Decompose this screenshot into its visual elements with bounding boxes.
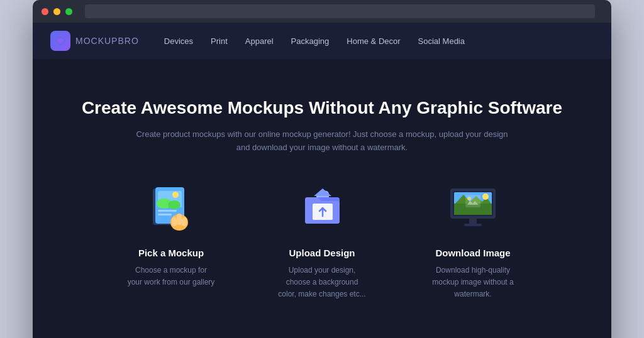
- svg-rect-13: [182, 217, 187, 226]
- svg-rect-11: [177, 214, 182, 225]
- svg-point-25: [482, 194, 489, 200]
- step-upload: Upload Design Upload your design, choose…: [278, 186, 366, 301]
- browser-window: MOCKUPBRO Devices Print Apparel Packagin…: [33, 0, 611, 338]
- hero-section: Create Awesome Mockups Without Any Graph…: [33, 59, 611, 338]
- step-download: Download Image Download high-quality moc…: [429, 186, 517, 301]
- step-download-desc: Download high-quality mockup image witho…: [429, 264, 517, 301]
- nav-item-packaging[interactable]: Packaging: [291, 36, 330, 46]
- step-download-title: Download Image: [435, 248, 510, 258]
- browser-maximize-dot[interactable]: [65, 8, 72, 15]
- step-download-icon: [448, 186, 498, 236]
- nav-item-home-decor[interactable]: Home & Decor: [347, 36, 400, 46]
- browser-minimize-dot[interactable]: [53, 8, 60, 15]
- nav-item-apparel[interactable]: Apparel: [245, 36, 274, 46]
- nav-item-devices[interactable]: Devices: [164, 36, 193, 46]
- step-pick-icon: [146, 186, 196, 236]
- step-pick-title: Pick a Mockup: [138, 248, 204, 258]
- step-upload-title: Upload Design: [289, 248, 355, 258]
- svg-rect-12: [172, 217, 177, 226]
- hero-title: Create Awesome Mockups Without Any Graph…: [58, 97, 586, 119]
- browser-url-bar[interactable]: [85, 4, 595, 18]
- logo-text: MOCKUPBRO: [75, 36, 139, 46]
- step-pick: Pick a Mockup Choose a mockup for your w…: [127, 186, 215, 301]
- hero-subtitle: Create product mockups with our online m…: [133, 128, 511, 155]
- step-upload-icon: [297, 186, 347, 236]
- nav-item-social-media[interactable]: Social Media: [418, 36, 465, 46]
- nav-item-print[interactable]: Print: [211, 36, 228, 46]
- step-upload-desc: Upload your design, choose a background …: [278, 264, 366, 301]
- logo-icon: [50, 31, 70, 51]
- svg-rect-27: [464, 224, 482, 226]
- svg-rect-9: [158, 214, 172, 215]
- navbar: MOCKUPBRO Devices Print Apparel Packagin…: [33, 23, 611, 59]
- svg-marker-16: [314, 188, 331, 196]
- app-container: MOCKUPBRO Devices Print Apparel Packagin…: [33, 23, 611, 338]
- svg-point-29: [467, 197, 471, 200]
- steps-container: Pick a Mockup Choose a mockup for your w…: [58, 186, 586, 326]
- svg-rect-26: [469, 219, 477, 224]
- logo-area[interactable]: MOCKUPBRO: [50, 31, 139, 51]
- svg-point-7: [172, 192, 179, 198]
- browser-chrome: [33, 0, 611, 23]
- browser-close-dot[interactable]: [42, 8, 48, 15]
- svg-rect-28: [465, 195, 480, 207]
- svg-rect-8: [158, 210, 177, 212]
- svg-point-6: [168, 200, 180, 209]
- nav-links: Devices Print Apparel Packaging Home & D…: [164, 35, 465, 46]
- step-pick-desc: Choose a mockup for your work from our g…: [127, 264, 215, 288]
